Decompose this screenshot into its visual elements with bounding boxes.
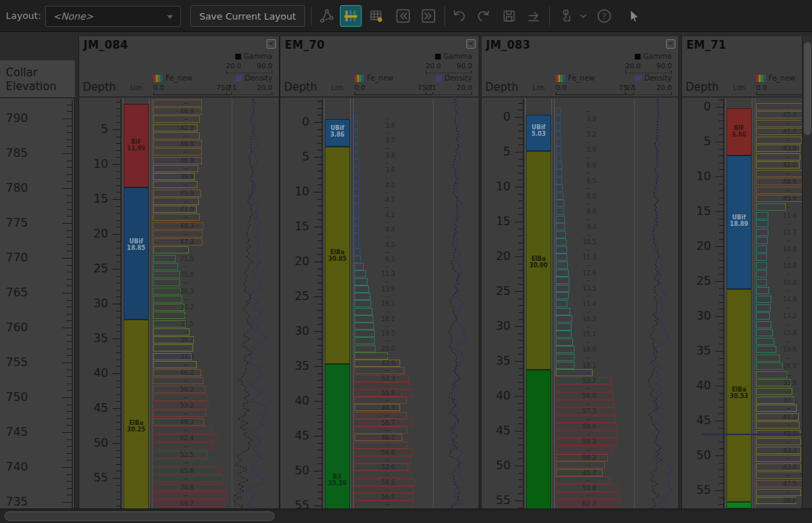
expand-all-right-icon[interactable] [418, 6, 439, 26]
depth-tick [317, 338, 322, 339]
touch-select-icon[interactable] [556, 6, 577, 26]
depth-label: 25 [79, 262, 108, 275]
fe-value: 46.9 [165, 108, 194, 115]
fe-value: 48.6 [768, 178, 797, 185]
fe-gap-dash [184, 413, 188, 414]
fe-bar [756, 287, 769, 294]
fe-bar [556, 461, 605, 469]
depth-label: 35 [280, 359, 309, 373]
fe-value: 10.8 [768, 262, 797, 269]
collapse-all-left-icon[interactable] [393, 6, 413, 26]
table-view-icon[interactable] [366, 6, 386, 26]
depth-tick [515, 500, 523, 501]
depth-tick [719, 254, 723, 254]
depth-tick [515, 466, 523, 466]
collapse-panel-button[interactable]: < [666, 39, 675, 49]
scatter-link-icon[interactable] [317, 6, 337, 26]
fe-bar [153, 394, 207, 401]
collapse-panel-button[interactable]: < [267, 39, 276, 49]
fe-value: 13.2 [768, 312, 797, 320]
lith-value: 3.86 [323, 131, 352, 138]
vertical-scrollbar-thumb[interactable] [804, 42, 811, 135]
fe-gap-dash [184, 136, 188, 137]
depth-tick [519, 333, 523, 334]
fe-value: 31.5 [165, 320, 194, 328]
help-icon[interactable]: ? [594, 6, 614, 26]
elevation-tick [67, 405, 72, 405]
fe-value: 37.1 [768, 397, 797, 404]
fe-value: 38.8 [768, 497, 797, 504]
fe-value: 56.9 [366, 493, 395, 500]
save-icon[interactable] [499, 6, 519, 26]
fe-bar [153, 279, 180, 286]
fe-bar [354, 278, 368, 285]
fe-gap-dash [385, 282, 389, 283]
lith-label: UBif18.89 [725, 214, 753, 227]
elevation-tick [62, 502, 72, 503]
header-separator [682, 97, 812, 97]
horizontal-scrollbar-thumb[interactable] [4, 511, 275, 521]
depth-header: Depth [485, 81, 519, 94]
save-layout-button[interactable]: Save Current Layout [190, 5, 305, 27]
depth-tick [317, 352, 322, 353]
fe-bar [354, 263, 364, 270]
fe-bar [354, 256, 361, 263]
undo-icon[interactable] [449, 6, 469, 26]
depth-tick [519, 452, 523, 453]
redo-icon[interactable] [474, 6, 494, 26]
depth-tick [719, 344, 723, 344]
depth-label: 30 [482, 319, 511, 333]
striplog-view-icon[interactable] [340, 5, 362, 27]
fe-value: 5.2 [567, 131, 596, 138]
depth-label: 50 [280, 463, 309, 477]
elevation-tick [67, 279, 72, 280]
fe-value: 11.3 [366, 270, 395, 277]
horizontal-scrollbar[interactable] [0, 508, 812, 523]
fe-value: 25.9 [165, 271, 194, 278]
elevation-tick [67, 320, 72, 321]
depth-tick [719, 407, 723, 408]
export-icon[interactable] [524, 6, 544, 26]
collapse-panel-button[interactable]: < [466, 39, 476, 49]
fe-value: 43.4 [768, 463, 797, 471]
depth-tick [719, 100, 723, 100]
header-separator [482, 97, 679, 97]
elevation-tick [67, 126, 72, 126]
depth-tick [116, 331, 121, 332]
depth-tick [719, 184, 723, 185]
depth-tick [113, 234, 121, 235]
gamma-min: 20.0 [625, 62, 641, 70]
depth-tick [317, 234, 322, 235]
fe-bar [354, 182, 359, 189]
depth-tick [519, 208, 523, 208]
elevation-tick [67, 132, 72, 133]
touch-select-dropdown-icon[interactable] [578, 6, 588, 26]
layout-select[interactable]: <None> [45, 6, 181, 27]
depth-tick [519, 138, 523, 139]
lith-label: UBif3.86 [323, 125, 352, 138]
depth-tick [116, 137, 121, 137]
vertical-scrollbar[interactable] [802, 36, 812, 508]
depth-tick [719, 128, 723, 129]
elevation-tick [67, 181, 72, 182]
fe-colormap-icon [354, 75, 364, 82]
depth-tick [116, 283, 121, 283]
fe-gap-dash [787, 207, 791, 208]
fe-gap-dash [385, 133, 389, 134]
fe-value: 53.7 [567, 377, 596, 384]
depth-label: 20 [280, 254, 309, 268]
depth-tick [719, 302, 723, 303]
depth-tick [116, 150, 121, 151]
fe-bar [556, 177, 562, 185]
fe-gap-dash [787, 325, 791, 325]
fe-value: 11.7 [768, 229, 797, 236]
depth-tick [715, 211, 723, 212]
lith-code: BIF [725, 125, 753, 131]
collar-elevation-title-line2: Elevation [6, 80, 75, 94]
elevation-tick [62, 118, 72, 119]
fe-column-border [755, 99, 755, 508]
fe-gap-dash [385, 222, 389, 223]
fe-bar [556, 384, 612, 392]
fe-gap-dash [385, 252, 389, 253]
gamma-legend-label: Gamma [235, 52, 273, 60]
